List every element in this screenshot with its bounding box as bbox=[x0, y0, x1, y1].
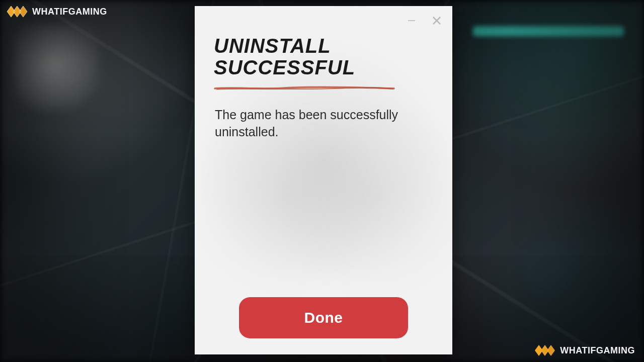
dialog-title-line1: UNINSTALL bbox=[214, 35, 331, 57]
dialog-title: UNINSTALL SUCCESSFUL bbox=[214, 35, 433, 78]
watermark-bottom-right: WHATIFGAMING bbox=[534, 343, 635, 358]
uninstall-dialog: UNINSTALL SUCCESSFUL The game has been s… bbox=[195, 6, 452, 354]
heading-underline-stroke bbox=[214, 85, 395, 90]
close-button[interactable] bbox=[431, 15, 442, 26]
background-hud-healthbar-blur bbox=[473, 26, 624, 36]
dialog-heading: UNINSTALL SUCCESSFUL bbox=[214, 35, 433, 90]
background-minimap-blur bbox=[14, 25, 100, 111]
minimize-button[interactable] bbox=[406, 15, 417, 26]
watermark-text: WHATIFGAMING bbox=[560, 345, 635, 356]
close-icon bbox=[432, 16, 441, 25]
watermark-logo-icon bbox=[534, 343, 556, 358]
dialog-title-line2: SUCCESSFUL bbox=[214, 56, 355, 78]
watermark-logo-icon bbox=[6, 4, 28, 19]
dialog-titlebar bbox=[406, 15, 442, 26]
watermark-top-left: WHATIFGAMING bbox=[6, 4, 107, 19]
watermark-text: WHATIFGAMING bbox=[32, 7, 107, 17]
done-button[interactable]: Done bbox=[239, 297, 408, 338]
dialog-message: The game has been successfully uninstall… bbox=[215, 107, 431, 141]
